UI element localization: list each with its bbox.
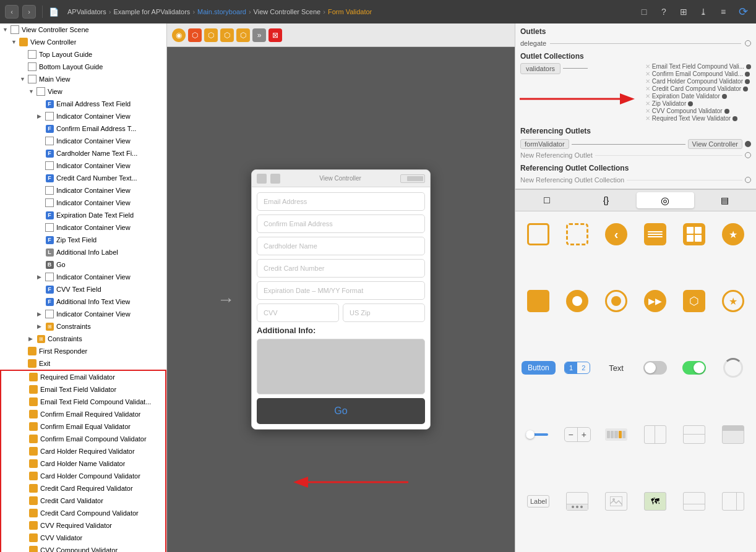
tree-item-credit-card-compound[interactable]: Credit Card Compound Validator [1,507,165,519]
tree-item-indicator-container-6[interactable]: Indicator Container View [0,221,166,234]
new-ref-coll-circle[interactable] [745,177,751,183]
tree-item-expiration-date-text[interactable]: FExpiration Date Text Field [0,209,166,221]
new-ref-circle[interactable] [745,152,751,158]
tree-item-cvv-validator[interactable]: CVV Validator [1,532,165,544]
tree-item-indicator-container-7[interactable]: Indicator Container View [0,271,166,283]
lib-item-back[interactable]: ‹ [598,216,635,253]
lib-item-label[interactable]: Label [520,483,557,519]
tree-item-email-text-field-validator[interactable]: Email Text Field Validator [1,383,165,396]
tree-item-credit-card-number[interactable]: FCredit Card Number Text... [0,172,166,184]
device-back-icon[interactable] [257,174,267,184]
tree-item-indicator-container-2[interactable]: Indicator Container View [0,135,166,147]
device-fwd-icon[interactable] [270,174,280,184]
tree-item-view-controller-scene[interactable]: View Controller Scene [0,23,166,36]
tree-item-additional-info-text[interactable]: FAdditional Info Text View [0,295,166,308]
credit-card-field[interactable]: Credit Card Number [257,259,425,278]
tree-item-constraints-1[interactable]: ⊞Constraints [0,320,166,333]
lib-item-cube3d[interactable]: ⬡ [676,283,712,320]
confirm-email-field[interactable]: Confirm Email Address [257,214,425,233]
lib-item-star2[interactable]: ★ [715,283,751,320]
lib-item-switch-off[interactable] [637,350,673,386]
tool-btn-5[interactable]: ⬡ [236,28,250,42]
lib-item-ff[interactable]: ▶▶ [637,283,673,320]
tree-item-indicator-container-8[interactable]: Indicator Container View [0,308,166,320]
lib-item-view-dashed[interactable] [559,216,596,253]
tree-item-indicator-container-4[interactable]: Indicator Container View [0,184,166,197]
lib-item-stepper[interactable]: − + [559,416,596,452]
run-button[interactable]: ⟳ [735,4,751,20]
lib-item-nav[interactable] [715,416,751,452]
lib-item-slider[interactable] [520,416,557,452]
breadcrumb-item[interactable]: Main.storyboard [197,8,246,15]
email-field[interactable]: Email Address [257,192,425,211]
lib-item-view[interactable] [520,216,557,253]
lib-item-hsplit2[interactable] [676,483,712,519]
menu-button[interactable]: ≡ [715,4,731,20]
tree-item-main-view[interactable]: Main View [0,73,166,85]
forward-button[interactable]: › [22,5,36,19]
validators-badge[interactable]: validators [520,63,561,74]
tree-item-exit[interactable]: Exit [0,357,166,370]
tree-item-bottom-layout-guide[interactable]: Bottom Layout Guide [0,61,166,73]
tool-btn-stop[interactable]: ⊠ [268,28,282,42]
zip-field[interactable]: US Zip [343,304,425,322]
delegate-circle[interactable] [745,40,751,46]
tree-item-first-responder[interactable]: First Responder [0,345,166,357]
breadcrumb-item[interactable]: Form Validator [328,8,372,15]
help-button[interactable]: ? [656,4,672,20]
tree-item-cvv-text-field[interactable]: FCVV Text Field [0,283,166,295]
lib-item-target[interactable] [598,283,635,320]
tree-item-view-controller[interactable]: View Controller [0,36,166,48]
lib-item-tableview[interactable] [637,216,673,253]
expiration-date-field[interactable]: Expiration Date – MM/YY Format [257,281,425,300]
download-button[interactable]: ⤓ [695,4,711,20]
view-controller-badge[interactable]: View Controller [688,139,742,149]
tree-item-card-holder-required[interactable]: Card Holder Required Validator [1,445,165,457]
tree-item-card-holder-name[interactable]: Card Holder Name Validator [1,457,165,470]
library-tab-objects[interactable]: ◎ [637,192,695,208]
tree-item-card-holder-compound[interactable]: Card Holder Compound Validator [1,470,165,482]
breadcrumb-item[interactable]: View Controller Scene [254,8,321,15]
lib-item-collectionview[interactable] [676,216,712,253]
lib-item-button[interactable]: Button [520,350,557,386]
tool-btn-2[interactable]: ⬡ [188,28,202,42]
lib-item-hsplit[interactable] [676,416,712,452]
cvv-field[interactable]: CVV [257,304,339,322]
tree-item-confirm-email-required[interactable]: Confirm Email Required Validator [1,408,165,420]
form-validator-badge[interactable]: formValidator [520,139,569,149]
lib-item-progress[interactable] [598,416,635,452]
breadcrumb-item[interactable]: APValidators [67,8,106,15]
lib-item-tabbarcontroller[interactable]: ★ [715,216,751,253]
lib-item-spinner[interactable] [715,350,751,386]
tree-item-top-layout-guide[interactable]: Top Layout Guide [0,48,166,61]
tree-item-cvv-required[interactable]: CVV Required Validator [1,519,165,532]
library-tab-code[interactable]: {} [577,192,635,208]
tree-item-email-text-field[interactable]: FEmail Address Text Field [0,98,166,110]
additional-info-textarea[interactable] [257,339,425,394]
grid-button[interactable]: ⊞ [676,4,692,20]
tree-item-credit-card-required[interactable]: Credit Card Required Validator [1,482,165,495]
lib-item-mapview[interactable]: 🗺 [637,483,673,519]
go-button[interactable]: Go [257,398,425,424]
lib-item-solidview[interactable] [520,283,557,320]
lib-item-imageview[interactable] [598,483,635,519]
tree-item-indicator-container-3[interactable]: Indicator Container View [0,159,166,172]
library-tab-media[interactable]: ▤ [695,192,754,208]
tree-item-credit-card-validator[interactable]: Credit Card Validator [1,495,165,507]
tree-item-cvv-compound[interactable]: CVV Compound Validator [1,544,165,552]
tree-item-go[interactable]: BGo [0,258,166,271]
tree-item-required-email-validator[interactable]: Required Email Validator [1,371,165,383]
lib-item-segmented[interactable]: 1 2 [559,350,596,386]
lib-item-vsplit[interactable] [637,416,673,452]
standard-editor-button[interactable]: □ [636,4,652,20]
tool-btn-3[interactable]: ⬡ [204,28,218,42]
tree-item-additional-info-label[interactable]: LAdditional Info Label [0,246,166,258]
cardholder-name-field[interactable]: Cardholder Name [257,237,425,255]
tree-item-view[interactable]: View [0,85,166,98]
tree-item-constraints-2[interactable]: ⊞Constraints [0,333,166,345]
tree-item-confirm-email-equal[interactable]: Confirm Email Equal Validator [1,420,165,433]
lib-item-record[interactable] [559,283,596,320]
tree-item-email-compound-validator[interactable]: Email Text Field Compound Validat... [1,396,165,408]
lib-item-text[interactable]: Text [598,350,635,386]
tool-btn-1[interactable]: ◉ [172,28,186,42]
